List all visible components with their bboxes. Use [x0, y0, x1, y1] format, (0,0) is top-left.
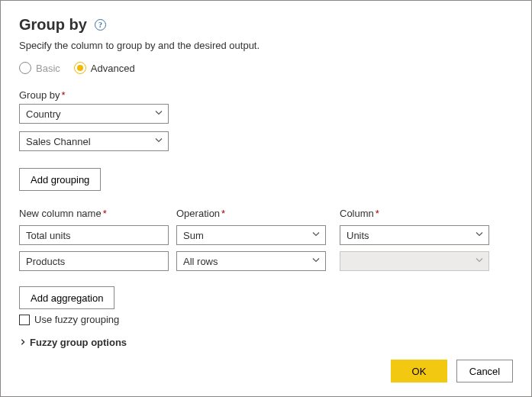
- groupby-label: Group by*: [19, 89, 513, 101]
- add-aggregation-button[interactable]: Add aggregation: [19, 286, 114, 309]
- header-name: New column name: [19, 208, 102, 219]
- cancel-button[interactable]: Cancel: [456, 360, 513, 382]
- agg-column-select-disabled: [340, 251, 489, 271]
- mode-advanced-radio[interactable]: Advanced: [74, 62, 135, 74]
- agg-operation-select[interactable]: All rows: [176, 251, 326, 271]
- mode-basic-radio[interactable]: Basic: [19, 62, 60, 74]
- chevron-down-icon: [154, 136, 163, 147]
- header-column: Column: [340, 208, 374, 219]
- groupby-select-value: Country: [26, 108, 61, 120]
- checkbox-icon: [19, 315, 30, 325]
- aggregation-headers: New column name* Operation* Column*: [19, 208, 513, 222]
- radio-icon: [74, 62, 86, 74]
- fuzzy-grouping-checkbox[interactable]: Use fuzzy grouping: [19, 314, 119, 325]
- radio-icon: [19, 62, 31, 74]
- fuzzy-options-label: Fuzzy group options: [30, 337, 127, 348]
- chevron-down-icon: [311, 256, 321, 267]
- fuzzy-grouping-label: Use fuzzy grouping: [34, 314, 119, 325]
- dialog-footer: OK Cancel: [391, 360, 513, 382]
- chevron-right-icon: [19, 337, 27, 348]
- mode-advanced-label: Advanced: [91, 63, 135, 74]
- add-grouping-button[interactable]: Add grouping: [19, 168, 101, 191]
- agg-name-input[interactable]: Products: [19, 251, 169, 271]
- mode-basic-label: Basic: [36, 63, 60, 74]
- dialog-subtitle: Specify the column to group by and the d…: [19, 40, 513, 51]
- groupby-select-1[interactable]: Sales Channel: [19, 131, 169, 151]
- aggregation-row: Products All rows: [19, 251, 513, 271]
- chevron-down-icon: [311, 230, 321, 241]
- agg-column-select[interactable]: Units: [340, 225, 489, 245]
- chevron-down-icon: [475, 230, 484, 241]
- group-by-dialog: Group by ? Specify the column to group b…: [0, 0, 532, 397]
- groupby-select-value: Sales Channel: [26, 136, 91, 147]
- chevron-down-icon: [475, 256, 484, 267]
- fuzzy-options-expander[interactable]: Fuzzy group options: [19, 337, 127, 348]
- mode-radio-group: Basic Advanced: [19, 62, 513, 74]
- groupby-select-0[interactable]: Country: [19, 104, 169, 124]
- aggregation-row: Total units Sum Units: [19, 225, 513, 245]
- help-icon[interactable]: ?: [95, 19, 106, 31]
- ok-button[interactable]: OK: [391, 360, 447, 382]
- agg-name-input[interactable]: Total units: [19, 225, 169, 245]
- agg-operation-select[interactable]: Sum: [176, 225, 326, 245]
- chevron-down-icon: [154, 108, 163, 120]
- header-operation: Operation: [176, 208, 220, 219]
- dialog-title: Group by: [19, 16, 87, 34]
